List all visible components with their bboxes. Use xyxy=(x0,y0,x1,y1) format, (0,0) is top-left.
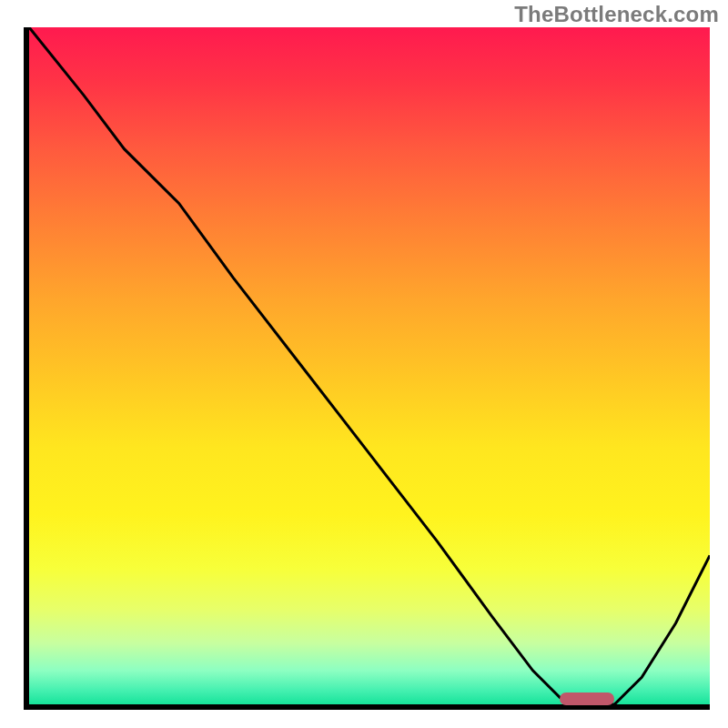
chart-plot-area xyxy=(24,27,710,710)
gradient-background xyxy=(29,27,710,704)
watermark-text: TheBottleneck.com xyxy=(514,2,719,27)
optimal-marker xyxy=(560,693,614,705)
